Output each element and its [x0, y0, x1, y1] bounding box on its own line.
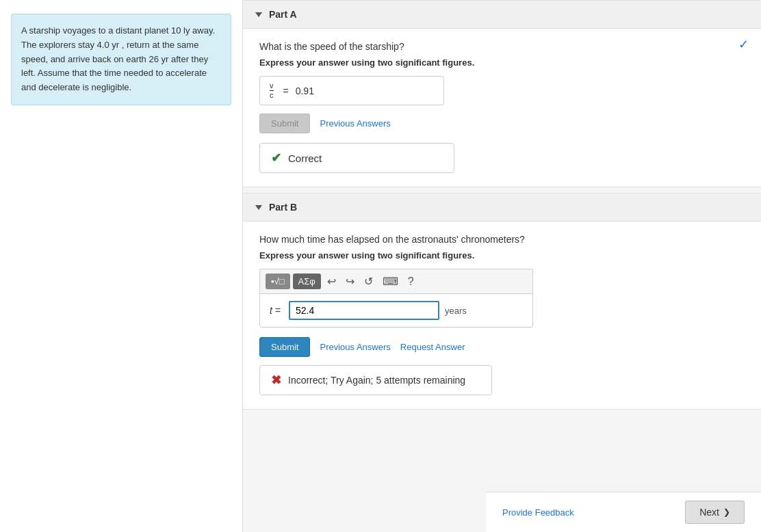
part-b-title: Part B	[269, 202, 297, 213]
part-b-submit-row: Submit Previous Answers Request Answer	[259, 337, 745, 357]
part-b-t-label: t =	[270, 305, 281, 316]
part-b-instruction: Express your answer using two significan…	[259, 250, 745, 261]
part-b-answer-input-area: t = years	[259, 293, 533, 328]
part-a-title: Part A	[269, 9, 297, 20]
part-a-collapse-arrow[interactable]	[255, 12, 262, 17]
part-b-question: How much time has elapsed on the astrona…	[259, 234, 745, 245]
math-toolbar-keyboard-button[interactable]: ⌨	[379, 274, 402, 289]
math-toolbar: ▪√□ ΑΣφ ↩ ↪ ↺ ⌨ ?	[259, 269, 533, 293]
part-a-correct-checkmark: ✓	[738, 37, 749, 52]
part-a-previous-answers-link[interactable]: Previous Answers	[320, 118, 390, 129]
part-a-header: Part A	[243, 1, 761, 29]
part-a-answer-box: v c = 0.91	[259, 76, 444, 105]
part-b-answer-input[interactable]	[289, 301, 439, 320]
next-label: Next	[699, 507, 719, 518]
incorrect-label: Incorrect; Try Again; 5 attempts remaini…	[288, 375, 465, 386]
part-b-previous-answers-link[interactable]: Previous Answers	[320, 342, 390, 352]
correct-checkmark-icon: ✔	[271, 150, 281, 165]
fraction-display: v c	[270, 82, 274, 99]
part-b-request-answer-link[interactable]: Request Answer	[400, 342, 465, 352]
next-chevron-icon: ❯	[723, 507, 730, 517]
next-button[interactable]: Next ❯	[685, 501, 745, 524]
part-a-correct-banner: ✔ Correct	[259, 143, 454, 173]
fraction-numerator: v	[270, 82, 274, 90]
part-b-unit-label: years	[445, 306, 467, 316]
part-b-collapse-arrow[interactable]	[255, 205, 262, 210]
incorrect-x-icon: ✖	[271, 373, 281, 388]
sidebar: A starship voyages to a distant planet 1…	[0, 0, 243, 532]
math-toolbar-undo-button[interactable]: ↩	[324, 274, 339, 289]
part-a-section: Part A ✓ What is the speed of the starsh…	[243, 0, 761, 187]
part-b-body: How much time has elapsed on the astrona…	[243, 222, 761, 409]
part-a-submit-row: Submit Previous Answers	[259, 114, 745, 133]
part-a-equals: =	[283, 85, 289, 96]
part-b-incorrect-banner: ✖ Incorrect; Try Again; 5 attempts remai…	[259, 365, 492, 395]
part-b-submit-button[interactable]: Submit	[259, 337, 310, 357]
math-toolbar-wrapper: ▪√□ ΑΣφ ↩ ↪ ↺ ⌨ ? t = years	[259, 269, 533, 328]
part-a-submit-button[interactable]: Submit	[259, 114, 310, 133]
part-a-answer-value: 0.91	[296, 85, 314, 96]
problem-text: A starship voyages to a distant planet 1…	[11, 14, 231, 105]
part-b-section: Part B How much time has elapsed on the …	[243, 193, 761, 410]
math-toolbar-symbols-button[interactable]: ▪√□	[266, 274, 290, 289]
provide-feedback-link[interactable]: Provide Feedback	[502, 507, 574, 518]
part-a-question: What is the speed of the starship?	[259, 41, 745, 52]
math-toolbar-redo-button[interactable]: ↪	[342, 274, 358, 289]
correct-label: Correct	[288, 152, 322, 164]
part-b-header: Part B	[243, 194, 761, 222]
part-a-instruction: Express your answer using two significan…	[259, 57, 745, 68]
math-toolbar-greek-button[interactable]: ΑΣφ	[293, 274, 321, 289]
math-toolbar-reset-button[interactable]: ↺	[361, 274, 376, 289]
part-a-body: ✓ What is the speed of the starship? Exp…	[243, 29, 761, 187]
main-content: Part A ✓ What is the speed of the starsh…	[243, 0, 761, 532]
footer: Provide Feedback Next ❯	[486, 492, 761, 532]
fraction-denominator: c	[270, 92, 274, 99]
math-toolbar-help-button[interactable]: ?	[404, 274, 417, 289]
